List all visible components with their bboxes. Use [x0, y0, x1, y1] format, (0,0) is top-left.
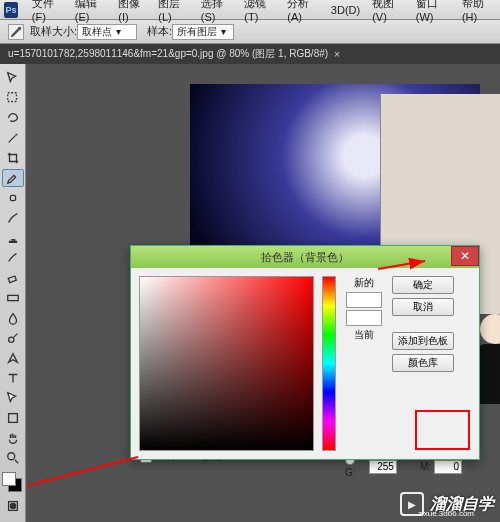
add-swatch-button[interactable]: 添加到色板	[392, 332, 454, 350]
svg-point-5	[8, 337, 13, 342]
g-input[interactable]	[369, 460, 397, 474]
m-label: M:	[414, 461, 431, 472]
menu-analysis[interactable]: 分析(A)	[281, 0, 325, 23]
menu-filter[interactable]: 滤镜(T)	[238, 0, 281, 23]
marquee-tool[interactable]	[2, 89, 24, 107]
svg-point-0	[18, 26, 22, 30]
svg-rect-6	[8, 414, 17, 423]
menu-select[interactable]: 选择(S)	[195, 0, 239, 23]
current-color-swatch	[346, 310, 382, 326]
sample-label: 样本:	[147, 24, 172, 39]
svg-rect-1	[7, 93, 16, 102]
svg-rect-4	[7, 295, 18, 300]
lasso-tool[interactable]	[2, 109, 24, 127]
new-color-label: 新的	[354, 276, 374, 290]
wand-tool[interactable]	[2, 129, 24, 147]
ps-logo: Ps	[4, 2, 18, 18]
menu-layer[interactable]: 图层(L)	[152, 0, 195, 23]
menu-edit[interactable]: 编辑(E)	[69, 0, 113, 23]
hand-tool[interactable]	[2, 429, 24, 447]
color-field[interactable]	[139, 276, 314, 451]
stamp-tool[interactable]	[2, 229, 24, 247]
shape-tool[interactable]	[2, 409, 24, 427]
menu-help[interactable]: 帮助(H)	[456, 0, 500, 23]
annotation-arrow-to-swatch	[28, 449, 148, 489]
brush-tool[interactable]	[2, 209, 24, 227]
menu-view[interactable]: 视图(V)	[366, 0, 410, 23]
svg-point-7	[7, 453, 14, 460]
m-input[interactable]	[434, 460, 462, 474]
quickmask-tool[interactable]	[2, 497, 24, 515]
svg-rect-2	[10, 195, 15, 200]
color-lib-button[interactable]: 颜色库	[392, 354, 454, 372]
zoom-tool[interactable]	[2, 449, 24, 467]
dialog-close-button[interactable]: ✕	[451, 246, 479, 266]
sample-select[interactable]: 所有图层▾	[172, 24, 234, 40]
sample-size-label: 取样大小:	[30, 24, 77, 39]
path-tool[interactable]	[2, 389, 24, 407]
eyedropper-tool-icon[interactable]	[8, 24, 24, 40]
annotation-cmyk-highlight	[415, 410, 470, 450]
watermark: ▶ 溜溜自学 zixue.3d66.com	[400, 492, 494, 516]
crop-tool[interactable]	[2, 149, 24, 167]
tool-palette	[0, 64, 26, 522]
svg-line-13	[378, 261, 425, 269]
dialog-title: 拾色器（背景色）	[261, 250, 349, 265]
gradient-tool[interactable]	[2, 289, 24, 307]
history-brush-tool[interactable]	[2, 249, 24, 267]
svg-point-9	[10, 503, 15, 508]
annotation-arrow-to-ok	[375, 255, 435, 275]
new-color-swatch	[346, 292, 382, 308]
tab-close-icon[interactable]: ×	[334, 49, 340, 60]
m-unit: %	[467, 462, 475, 472]
current-color-label: 当前	[354, 328, 374, 342]
eyedropper-tool[interactable]	[2, 169, 24, 187]
type-tool[interactable]	[2, 369, 24, 387]
heal-tool[interactable]	[2, 189, 24, 207]
menu-window[interactable]: 窗口(W)	[410, 0, 456, 23]
eraser-tool[interactable]	[2, 269, 24, 287]
watermark-url: zixue.3d66.com	[418, 509, 474, 518]
document-tab[interactable]: u=1570101782,2598011146&fm=21&gp=0.jpg @…	[8, 47, 328, 61]
pen-tool[interactable]	[2, 349, 24, 367]
menu-3d[interactable]: 3D(D)	[325, 4, 366, 16]
dodge-tool[interactable]	[2, 329, 24, 347]
menu-image[interactable]: 图像(I)	[112, 0, 152, 23]
fg-swatch[interactable]	[2, 472, 16, 486]
menu-file[interactable]: 文件(F)	[26, 0, 69, 23]
cancel-button[interactable]: 取消	[392, 298, 454, 316]
hue-slider[interactable]	[322, 276, 336, 451]
svg-rect-3	[8, 276, 16, 283]
sample-size-select[interactable]: 取样点▾	[77, 24, 137, 40]
move-tool[interactable]	[2, 69, 24, 87]
svg-line-11	[33, 457, 138, 484]
blur-tool[interactable]	[2, 309, 24, 327]
ok-button[interactable]: 确定	[392, 276, 454, 294]
color-swatches[interactable]	[2, 472, 24, 496]
